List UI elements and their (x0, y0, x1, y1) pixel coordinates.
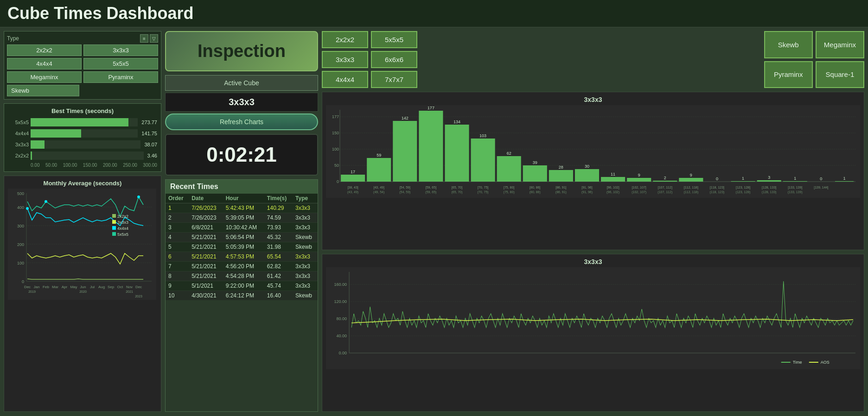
type-btn-3x3x3[interactable]: 3x3x3 (322, 51, 368, 68)
type-btn-megaminx[interactable]: Megaminx (816, 31, 864, 58)
table-row: 45/21/20215:06:54 PM45.32Skewb (166, 233, 318, 242)
svg-rect-55 (393, 121, 417, 182)
svg-text:[80, 86]: [80, 86] (530, 186, 540, 189)
svg-text:[59, 65]: [59, 65] (426, 186, 436, 189)
filter-sort-icon[interactable]: ≡ (140, 34, 148, 43)
svg-text:Dec: Dec (135, 285, 142, 289)
svg-text:(65, 70): (65, 70) (451, 190, 462, 194)
col-hour: Hour (223, 194, 264, 203)
svg-rect-83 (757, 180, 781, 182)
svg-text:2023: 2023 (135, 295, 142, 298)
svg-text:(80, 86): (80, 86) (530, 190, 541, 194)
table-row: 65/21/20214:57:53 PM65.543x3x3 (166, 252, 318, 262)
svg-text:2021: 2021 (126, 290, 133, 293)
filter-funnel-icon[interactable]: ▽ (150, 34, 158, 43)
svg-rect-75 (653, 181, 677, 182)
svg-text:62: 62 (507, 151, 511, 156)
svg-rect-51 (341, 175, 365, 182)
svg-text:[128, 133]: [128, 133] (762, 186, 776, 189)
table-row: 17/26/20235:42:43 PM140.293x3x3 (166, 203, 318, 213)
svg-text:200: 200 (17, 242, 24, 247)
inspection-label: Inspection (175, 41, 308, 61)
svg-text:May: May (70, 285, 77, 289)
bar-value-5x5x5: 273.77 (141, 120, 157, 125)
best-times-section: Best Times (seconds) 5x5x5 273.77 4x4x4 … (4, 103, 161, 172)
type-btn-4x4x4[interactable]: 4x4x4 (322, 71, 368, 88)
svg-text:Sep: Sep (108, 285, 115, 289)
svg-rect-69 (575, 169, 599, 182)
svg-text:177: 177 (332, 114, 339, 119)
svg-rect-53 (367, 158, 391, 182)
bar-fill-4x4x4 (31, 129, 81, 138)
bar-row-5x5x5: 5x5x5 273.77 (8, 118, 157, 126)
svg-text:[70, 75]: [70, 75] (478, 186, 488, 189)
svg-point-12 (26, 207, 29, 210)
cube-btn-3x3x3[interactable]: 3x3x3 (83, 44, 158, 56)
col-time: Time(s) (264, 194, 293, 203)
cube-btn-2x2x2[interactable]: 2x2x2 (7, 44, 82, 56)
type-btn-7x7x7[interactable]: 7x7x7 (371, 71, 417, 88)
svg-text:[65, 70]: [65, 70] (452, 186, 462, 189)
svg-rect-81 (731, 181, 755, 182)
cube-type-buttons-row: 2x2x2 5x5x5 3x3x3 6x6x6 4x4x4 7x7x7 Skew… (322, 31, 864, 88)
type-btn-2x2x2[interactable]: 2x2x2 (322, 31, 368, 48)
bar-value-4x4x4: 141.75 (141, 131, 157, 136)
svg-text:(128, 133): (128, 133) (762, 190, 777, 194)
svg-text:134: 134 (453, 120, 460, 124)
svg-text:(96, 102): (96, 102) (606, 190, 619, 194)
cube-btn-megaminx[interactable]: Megaminx (7, 71, 82, 83)
center-panel: Inspection Active Cube 3x3x3 Refresh Cha… (165, 31, 318, 412)
recent-times-header: Recent Times (166, 180, 318, 194)
header: Cube Times Dashboard (0, 0, 868, 27)
bar-label-2x2x2: 2x2x2 (8, 153, 29, 158)
svg-rect-57 (419, 111, 443, 182)
recent-times-section: Recent Times Order Date Hour Time(s) Typ… (165, 179, 318, 412)
page-title: Cube Times Dashboard (7, 4, 861, 23)
svg-text:1: 1 (794, 176, 796, 181)
svg-text:(133, 139): (133, 139) (788, 190, 803, 194)
svg-text:[54, 59]: [54, 59] (400, 186, 410, 189)
svg-text:1: 1 (742, 176, 744, 181)
bar-row-4x4x4: 4x4x4 141.75 (8, 129, 157, 138)
bar-row-2x2x2: 2x2x2 3.46 (8, 151, 157, 160)
svg-rect-59 (445, 125, 469, 182)
active-cube-button[interactable]: Active Cube (165, 75, 318, 91)
inspection-box[interactable]: Inspection (165, 31, 318, 71)
histogram-section: 3x3x3 0 50 100 150 177 17 (322, 92, 864, 250)
monthly-avg-title: Monthly Average (seconds) (8, 180, 157, 187)
svg-text:3: 3 (768, 175, 770, 180)
type-label: Type (7, 35, 19, 42)
refresh-charts-button[interactable]: Refresh Charts (165, 113, 318, 130)
svg-text:2x2x2: 2x2x2 (117, 214, 128, 219)
svg-text:80.00: 80.00 (337, 316, 347, 321)
svg-text:(86, 91): (86, 91) (555, 190, 567, 194)
cube-btn-skewb[interactable]: Skewb (7, 85, 79, 96)
svg-text:3x3x3: 3x3x3 (117, 220, 128, 225)
svg-text:0: 0 (820, 176, 822, 181)
svg-text:Dec: Dec (24, 285, 31, 289)
type-btn-pyraminx[interactable]: Pyraminx (764, 61, 813, 88)
svg-text:Jun: Jun (80, 285, 86, 289)
cube-btn-5x5x5[interactable]: 5x5x5 (83, 58, 158, 69)
svg-text:(107, 112): (107, 112) (657, 190, 672, 194)
bar-label-4x4x4: 4x4x4 (8, 131, 29, 136)
svg-text:[123, 128]: [123, 128] (736, 186, 750, 189)
line-chart: 0.00 40.00 80.00 120.00 160.00 Time AOS (326, 267, 860, 369)
table-row: 55/21/20215:05:39 PM31.98Skewb (166, 242, 318, 252)
cube-btn-4x4x4[interactable]: 4x4x4 (7, 58, 82, 69)
type-btn-square-1[interactable]: Square-1 (816, 61, 864, 88)
svg-text:[133, 139]: [133, 139] (788, 186, 802, 189)
svg-rect-89 (835, 181, 854, 182)
svg-text:AOS: AOS (821, 360, 830, 365)
timer-value: 0:02:21 (174, 143, 309, 166)
cube-btn-pyraminx[interactable]: Pyraminx (83, 71, 158, 83)
svg-text:[96, 102]: [96, 102] (606, 186, 619, 189)
svg-text:142: 142 (402, 116, 408, 120)
bar-row-3x3x3: 3x3x3 38.07 (8, 140, 157, 149)
type-btn-5x5x5[interactable]: 5x5x5 (371, 31, 417, 48)
svg-text:0.00: 0.00 (339, 351, 347, 355)
svg-rect-77 (679, 178, 703, 182)
svg-rect-71 (601, 177, 625, 182)
type-btn-skewb[interactable]: Skewb (764, 31, 813, 58)
type-btn-6x6x6[interactable]: 6x6x6 (371, 51, 417, 68)
